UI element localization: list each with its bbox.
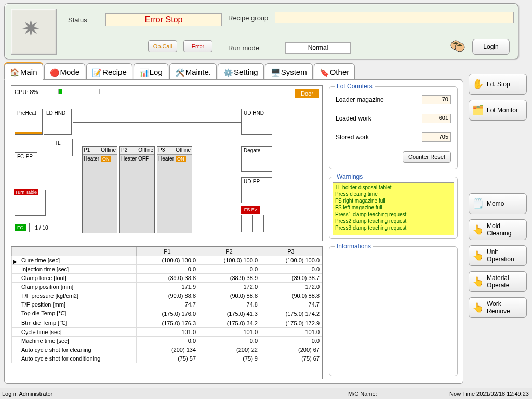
tab-setting[interactable]: ⚙️Setting: [218, 63, 264, 80]
login-button[interactable]: Login: [472, 39, 510, 55]
row-label: Machine time [sec]: [12, 337, 137, 345]
cell-value: 171.9: [137, 283, 198, 291]
statusbar-time: Now Time 2021/02/18 12:49:23: [449, 391, 529, 397]
press3-heater-state: ON: [176, 156, 186, 162]
cell-value: (90.0) 88.8: [137, 291, 198, 300]
system-icon: 🖥️: [271, 68, 279, 76]
busy-indicator: [11, 9, 57, 55]
table-row: Cycle time [sec]101.0101.0101.0: [12, 328, 322, 337]
fcpp-label: FC-PP: [17, 154, 33, 159]
cell-value: (175.0) 176.3: [137, 318, 198, 328]
recipe-group-label: Recipe group: [228, 14, 268, 22]
tab-log[interactable]: 📊Log: [134, 63, 168, 80]
cell-value: (75) 9: [198, 354, 260, 363]
unit-operation-label: Unit Operation: [487, 248, 523, 263]
material-operate-label: Material Operate: [487, 274, 523, 289]
cell-value: 172.0: [198, 283, 260, 291]
press-1: P1Offline HeaterON: [82, 146, 117, 233]
material-icon: 👆: [472, 276, 484, 287]
cell-value: (39.0) 38.7: [260, 274, 322, 283]
warning-item: Press1 clamp teaching request: [335, 211, 451, 218]
statusbar-login: Login: Administrator: [2, 391, 52, 397]
tab-mode[interactable]: 🔴Mode: [44, 63, 86, 80]
main-panel: CPU: 8% Door PreHeat LD HND TL FC-PP Tur…: [4, 79, 463, 384]
table-row: Btm die Temp [℃](175.0) 176.3(175.0) 34.…: [12, 318, 322, 328]
press3-status: Offline: [176, 147, 191, 154]
work-remove-button[interactable]: 👆Work Remove: [469, 297, 527, 318]
warning-item: Press2 clamp teaching request: [335, 218, 451, 224]
fc-count: 1 / 10: [29, 223, 54, 232]
tab-other-label: Other: [330, 68, 350, 76]
cpu-bar: [58, 89, 100, 94]
cell-value: 74.7: [260, 300, 322, 309]
cell-value: (75) 57: [137, 354, 198, 363]
cell-value: 0.0: [260, 337, 322, 345]
opcall-button[interactable]: Op.Call: [148, 40, 177, 52]
cell-value: (39.0) 38.8: [137, 274, 198, 283]
tab-system-label: System: [281, 68, 307, 76]
press1-status: Offline: [101, 147, 116, 154]
cell-value: 101.0: [198, 328, 260, 337]
run-mode-value: Normal: [285, 42, 351, 54]
counter-reset-button[interactable]: Counter Reset: [403, 151, 451, 163]
cell-value: 0.0: [137, 265, 198, 274]
row-label: Btm die Temp [℃]: [12, 318, 137, 328]
cell-value: 0.0: [198, 265, 260, 274]
informations-title: Informations: [335, 243, 373, 250]
row-label: Auto cycle shot for conditioning: [12, 354, 137, 363]
udhnd-label: UD HND: [244, 110, 264, 116]
status-label: Status: [68, 16, 87, 24]
tl-label: TL: [55, 140, 61, 146]
cell-value: (90.0) 88.8: [260, 291, 322, 300]
block-turntable: Turn Table: [15, 190, 46, 216]
press-3: P3Offline HeaterON: [157, 146, 192, 233]
stored-work-label: Stored work: [336, 134, 369, 141]
tab-recipe[interactable]: 📝Recipe: [86, 63, 132, 80]
cell-value: (200) 134: [137, 345, 198, 354]
cpu-label: CPU: 8%: [15, 89, 38, 95]
warnings-title: Warnings: [335, 173, 365, 180]
ld-stop-button[interactable]: ✋Ld. Stop: [469, 74, 527, 95]
row-label: Cure time [sec]: [12, 256, 137, 265]
memo-button[interactable]: 🗒️Memo: [469, 193, 527, 214]
tab-mainte-label: Mainte.: [185, 68, 211, 76]
table-row: Top die Temp [℃](175.0) 176.0(175.0) 41.…: [12, 309, 322, 318]
mold-cleaning-button[interactable]: 👆Mold Cleaning: [469, 219, 527, 240]
material-operate-button[interactable]: 👆Material Operate: [469, 271, 527, 292]
table-row: Auto cycle shot for conditioning(75) 57(…: [12, 354, 322, 363]
cell-value: (38.9) 38.9: [198, 274, 260, 283]
fc-badge: FC: [15, 224, 26, 231]
other-icon: 🔖: [320, 68, 328, 76]
table-row: T/F pressure [kgf/cm2](90.0) 88.8(90.0) …: [12, 291, 322, 300]
cell-value: 101.0: [260, 328, 322, 337]
error-button[interactable]: Error: [183, 40, 212, 52]
press1-heater-label: Heater: [84, 156, 99, 162]
press2-name: P2: [121, 147, 127, 154]
warnings-list[interactable]: TL holder disposal tabletPress cleaing t…: [332, 182, 454, 235]
remove-icon: 👆: [472, 302, 484, 313]
table-row: Clamp force [tonf](39.0) 38.8(38.9) 38.9…: [12, 274, 322, 283]
preheat-label: PreHeat: [17, 110, 36, 116]
tab-system[interactable]: 🖥️System: [265, 63, 313, 80]
row-label: Top die Temp [℃]: [12, 309, 137, 318]
row-label: Clamp force [tonf]: [12, 274, 137, 283]
grid-header: P3: [260, 247, 322, 256]
grid-header: P1: [137, 247, 198, 256]
tab-mainte[interactable]: 🛠️Mainte.: [169, 63, 217, 80]
lot-counters-title: Lot Counters: [335, 83, 375, 90]
grid-header: P2: [198, 247, 260, 256]
tab-main[interactable]: 🏠Main: [4, 63, 43, 80]
loaded-work-value: 601: [422, 114, 451, 123]
cell-value: (175.0) 174.2: [260, 309, 322, 318]
tab-other[interactable]: 🔖Other: [314, 63, 355, 80]
block-udhnd: UD HND: [241, 109, 272, 135]
ldhnd-label: LD HND: [46, 110, 65, 116]
diagram-panel: CPU: 8% Door PreHeat LD HND TL FC-PP Tur…: [11, 85, 323, 241]
recipe-group-value: [275, 12, 514, 23]
cell-value: (200) 22: [198, 345, 260, 354]
lot-monitor-button[interactable]: 🗂️Lot Monitor: [469, 100, 527, 121]
cell-value: (100.0) 100.0: [260, 256, 322, 265]
unit-operation-button[interactable]: 👆Unit Operation: [469, 245, 527, 266]
loaded-work-label: Loaded work: [336, 115, 371, 122]
cell-value: 0.0: [137, 337, 198, 345]
